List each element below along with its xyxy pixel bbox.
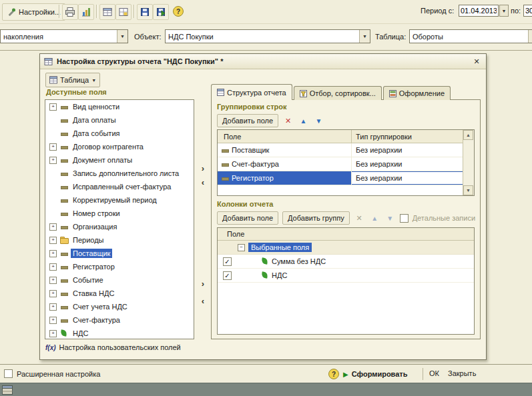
tab-label: Оформление [399,89,445,97]
object-combo[interactable]: НДС Покупки ▼ [165,29,370,43]
tree-item[interactable]: +Событие [45,273,194,287]
field-icon [60,196,68,204]
table-row[interactable]: Поставщик Без иерархии [218,143,474,157]
grouping-type: Без иерархии [352,146,474,154]
tree-item[interactable]: +Договор контрагента [45,140,194,153]
move-right-icon[interactable]: › [198,163,208,174]
calendar-picker-icon[interactable]: ▼ [499,5,509,17]
period-from-input[interactable] [459,5,499,17]
move-right-icon[interactable]: › [198,278,208,289]
delete-icon[interactable]: ✕ [354,213,365,224]
tree-item[interactable]: Дата оплаты [45,113,194,127]
expander-icon[interactable]: + [49,290,57,297]
generate-button[interactable]: ▶ Сформировать [343,368,408,380]
tab-appearance[interactable]: Оформление [383,86,451,100]
period-to-label: по: [511,7,521,15]
move-up-icon[interactable]: ▲ [298,115,309,127]
scroll-down-icon[interactable]: ▼ [463,185,473,195]
close-icon[interactable]: ✕ [471,56,482,67]
scroll-up-icon[interactable]: ▲ [463,130,473,140]
tree-item[interactable]: +Счет учета НДС [45,300,194,313]
table-settings-icon[interactable] [99,4,115,20]
expander-icon[interactable]: + [49,263,57,271]
ok-button[interactable]: ОК [429,369,439,377]
totals-icon[interactable] [115,4,131,20]
table-row[interactable]: ✓ Сумма без НДС [218,255,474,269]
tab-report-structure[interactable]: Структура отчета [211,84,292,100]
load-settings-icon[interactable] [153,4,169,20]
detail-records-checkbox[interactable] [400,214,409,223]
tree-item[interactable]: Исправленный счет-фактура [45,180,194,193]
resource-icon [60,329,68,337]
tree-item[interactable]: +Счет-фактура [45,313,194,327]
tree-item-label: Договор контрагента [71,142,146,151]
chevron-down-icon[interactable]: ▼ [359,30,370,43]
table-row[interactable]: Счет-фактура Без иерархии [218,157,474,171]
move-down-icon[interactable]: ▼ [313,115,324,127]
add-field-button[interactable]: Добавить поле [217,211,278,225]
field-checkbox-checked[interactable]: ✓ [223,271,232,280]
expander-icon[interactable]: + [49,223,57,231]
help-icon[interactable]: ? [171,4,186,19]
table-dropdown-button[interactable]: Таблица ▼ [45,73,100,87]
dialog-titlebar[interactable]: Настройка структуры отчета "НДС Покупки"… [40,54,486,69]
tree-item-label: Вид ценности [71,102,121,111]
selected-fields-group-row[interactable]: − Выбранные поля [218,241,474,255]
chart-icon[interactable] [78,4,94,20]
delete-icon[interactable]: ✕ [282,115,294,127]
tree-item[interactable]: +Организация [45,220,194,233]
move-left-icon[interactable]: ‹ [198,177,208,188]
table-row-selected[interactable]: Регистратор Без иерархии [218,171,464,185]
register-type-combo[interactable]: накопления ▼ [0,29,128,43]
save-settings-icon[interactable] [137,4,153,20]
add-group-button[interactable]: Добавить группу [282,211,350,225]
minimized-window-icon[interactable] [2,385,13,395]
collapse-icon[interactable]: − [238,244,245,251]
tree-item[interactable]: +Регистратор [45,260,194,273]
tree-item[interactable]: Дата события [45,127,194,140]
move-down-icon[interactable]: ▼ [384,213,396,224]
field-column-header: Поле [218,130,352,143]
move-left-icon[interactable]: ‹ [198,295,208,307]
report-settings-button[interactable]: Настройки... [2,3,65,21]
report-structure-dialog: Настройка структуры отчета "НДС Покупки"… [39,53,487,360]
tree-item[interactable]: Запись дополнительного листа [45,167,194,180]
expander-icon[interactable]: + [49,317,57,324]
tree-item-selected[interactable]: +Поставщик [45,247,194,260]
table-combo[interactable]: Обороты ▼ [409,29,532,43]
expander-icon[interactable]: + [49,157,57,164]
expander-icon[interactable]: + [49,250,57,257]
print-icon[interactable] [62,4,78,20]
tree-item[interactable]: Корректируемый период [45,193,194,207]
period-to-input[interactable] [523,5,532,17]
tree-item[interactable]: +Вид ценности [45,100,194,113]
expander-icon[interactable]: + [49,143,57,151]
available-fields-tree: +Вид ценности Дата оплаты Дата события +… [45,99,194,339]
tab-filter-sort[interactable]: Отбор, сортировк... [294,86,382,100]
field-icon [60,316,68,324]
table-row[interactable]: ✓ НДС [218,269,474,283]
tree-item[interactable]: +Периоды [45,233,194,247]
advanced-settings-checkbox[interactable] [4,369,13,378]
move-up-icon[interactable]: ▲ [369,213,380,224]
tree-item[interactable]: +НДС [45,327,194,339]
expander-icon[interactable]: + [49,237,57,244]
tree-item[interactable]: Номер строки [45,207,194,220]
expander-icon[interactable]: + [49,103,57,111]
custom-fields-link[interactable]: f(x) Настройка пользовательских полей [45,343,181,351]
expander-icon[interactable]: + [49,330,57,337]
expander-icon[interactable]: + [49,303,57,311]
vertical-scrollbar[interactable]: ▲ ▼ [463,130,474,195]
chevron-down-icon[interactable]: ▼ [117,30,127,43]
tree-item[interactable]: +Ставка НДС [45,287,194,300]
add-field-button[interactable]: Добавить поле [217,114,278,127]
help-icon[interactable]: ? [328,369,339,379]
expander-icon[interactable]: + [49,277,57,284]
button-separator [423,368,423,380]
close-button[interactable]: Закрыть [448,369,476,377]
column-field-label: НДС [272,271,287,279]
field-checkbox-checked[interactable]: ✓ [223,257,232,266]
custom-fields-link-label: Настройка пользовательских полей [59,343,181,351]
chevron-down-icon[interactable]: ▼ [528,30,532,43]
tree-item[interactable]: +Документ оплаты [45,153,194,167]
